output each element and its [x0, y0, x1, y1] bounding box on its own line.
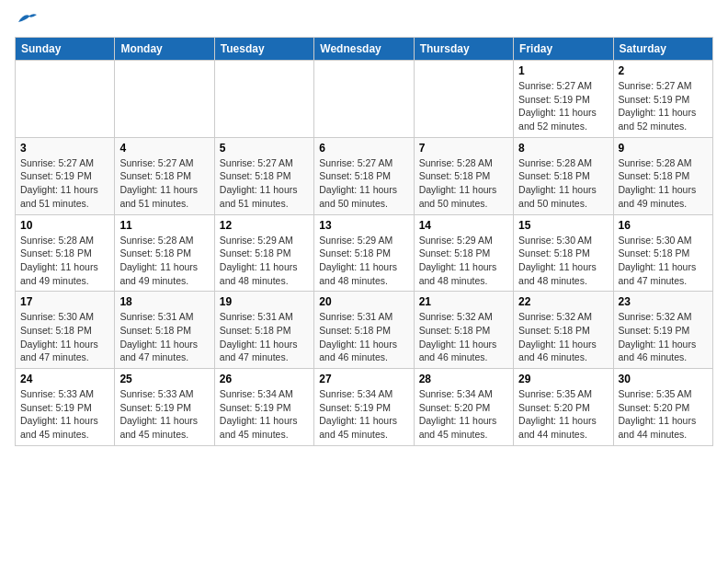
calendar-cell: 11Sunrise: 5:28 AMSunset: 5:18 PMDayligh… [115, 214, 214, 292]
calendar-cell: 27Sunrise: 5:34 AMSunset: 5:19 PMDayligh… [314, 369, 414, 446]
day-info: Sunrise: 5:35 AMSunset: 5:20 PMDaylight:… [619, 387, 708, 442]
calendar-cell: 8Sunrise: 5:28 AMSunset: 5:18 PMDaylight… [514, 137, 613, 214]
day-number: 23 [619, 295, 708, 308]
logo [15, 15, 37, 29]
day-info: Sunrise: 5:33 AMSunset: 5:19 PMDaylight:… [20, 387, 109, 442]
calendar-cell [16, 61, 115, 138]
calendar-cell: 28Sunrise: 5:34 AMSunset: 5:20 PMDayligh… [414, 369, 513, 446]
day-number: 27 [319, 373, 408, 385]
day-info: Sunrise: 5:30 AMSunset: 5:18 PMDaylight:… [20, 310, 109, 364]
day-info: Sunrise: 5:32 AMSunset: 5:18 PMDaylight:… [419, 310, 508, 364]
calendar-day-header: Tuesday [214, 38, 313, 61]
calendar-day-header: Sunday [16, 38, 115, 61]
day-number: 15 [518, 219, 608, 232]
day-number: 13 [319, 219, 408, 232]
day-number: 8 [518, 142, 608, 155]
calendar-cell: 7Sunrise: 5:28 AMSunset: 5:18 PMDaylight… [414, 137, 513, 214]
day-number: 25 [119, 373, 209, 385]
day-info: Sunrise: 5:30 AMSunset: 5:18 PMDaylight:… [619, 234, 708, 288]
calendar-day-header: Monday [115, 38, 214, 61]
calendar-cell: 29Sunrise: 5:35 AMSunset: 5:20 PMDayligh… [514, 369, 613, 446]
day-info: Sunrise: 5:34 AMSunset: 5:19 PMDaylight:… [220, 387, 309, 442]
calendar-cell: 13Sunrise: 5:29 AMSunset: 5:18 PMDayligh… [314, 214, 414, 292]
day-number: 21 [419, 295, 508, 308]
day-info: Sunrise: 5:28 AMSunset: 5:18 PMDaylight:… [119, 234, 209, 288]
calendar-cell [414, 61, 513, 138]
calendar-cell: 9Sunrise: 5:28 AMSunset: 5:18 PMDaylight… [613, 137, 712, 214]
calendar-cell: 12Sunrise: 5:29 AMSunset: 5:18 PMDayligh… [214, 214, 313, 292]
day-number: 3 [20, 142, 109, 155]
day-info: Sunrise: 5:28 AMSunset: 5:18 PMDaylight:… [20, 234, 109, 288]
calendar-cell: 14Sunrise: 5:29 AMSunset: 5:18 PMDayligh… [414, 214, 513, 292]
calendar-cell: 21Sunrise: 5:32 AMSunset: 5:18 PMDayligh… [414, 292, 513, 369]
day-number: 29 [518, 373, 608, 385]
day-info: Sunrise: 5:34 AMSunset: 5:20 PMDaylight:… [419, 387, 508, 442]
day-number: 11 [119, 219, 209, 232]
calendar-cell [314, 61, 414, 138]
day-number: 7 [419, 142, 508, 155]
day-info: Sunrise: 5:27 AMSunset: 5:19 PMDaylight:… [518, 79, 608, 133]
day-number: 24 [20, 373, 109, 385]
day-number: 17 [20, 295, 109, 308]
calendar-cell: 6Sunrise: 5:27 AMSunset: 5:18 PMDaylight… [314, 137, 414, 214]
day-info: Sunrise: 5:33 AMSunset: 5:19 PMDaylight:… [119, 387, 209, 442]
day-number: 26 [220, 373, 309, 385]
calendar-cell: 2Sunrise: 5:27 AMSunset: 5:19 PMDaylight… [613, 61, 712, 138]
day-info: Sunrise: 5:31 AMSunset: 5:18 PMDaylight:… [319, 310, 408, 364]
day-number: 30 [619, 373, 708, 385]
day-number: 6 [319, 142, 408, 155]
day-info: Sunrise: 5:27 AMSunset: 5:18 PMDaylight:… [220, 156, 309, 211]
day-info: Sunrise: 5:34 AMSunset: 5:19 PMDaylight:… [319, 387, 408, 442]
calendar-cell: 20Sunrise: 5:31 AMSunset: 5:18 PMDayligh… [314, 292, 414, 369]
day-number: 5 [220, 142, 309, 155]
calendar-cell: 1Sunrise: 5:27 AMSunset: 5:19 PMDaylight… [514, 61, 613, 138]
day-info: Sunrise: 5:27 AMSunset: 5:19 PMDaylight:… [20, 156, 109, 211]
calendar-week-row: 10Sunrise: 5:28 AMSunset: 5:18 PMDayligh… [16, 214, 713, 292]
calendar-cell: 18Sunrise: 5:31 AMSunset: 5:18 PMDayligh… [115, 292, 214, 369]
day-number: 22 [518, 295, 608, 308]
calendar-week-row: 1Sunrise: 5:27 AMSunset: 5:19 PMDaylight… [16, 61, 713, 138]
calendar-cell: 19Sunrise: 5:31 AMSunset: 5:18 PMDayligh… [214, 292, 313, 369]
calendar-cell: 22Sunrise: 5:32 AMSunset: 5:18 PMDayligh… [514, 292, 613, 369]
day-number: 18 [119, 295, 209, 308]
day-info: Sunrise: 5:27 AMSunset: 5:18 PMDaylight:… [119, 156, 209, 211]
day-number: 19 [220, 295, 309, 308]
day-info: Sunrise: 5:31 AMSunset: 5:18 PMDaylight:… [119, 310, 209, 364]
calendar-day-header: Friday [514, 38, 613, 61]
day-number: 14 [419, 219, 508, 232]
day-number: 10 [20, 219, 109, 232]
day-info: Sunrise: 5:28 AMSunset: 5:18 PMDaylight:… [619, 156, 708, 211]
day-info: Sunrise: 5:28 AMSunset: 5:18 PMDaylight:… [419, 156, 508, 211]
day-info: Sunrise: 5:27 AMSunset: 5:18 PMDaylight:… [319, 156, 408, 211]
day-number: 1 [518, 64, 608, 77]
day-info: Sunrise: 5:28 AMSunset: 5:18 PMDaylight:… [518, 156, 608, 211]
day-info: Sunrise: 5:35 AMSunset: 5:20 PMDaylight:… [518, 387, 608, 442]
day-info: Sunrise: 5:32 AMSunset: 5:18 PMDaylight:… [518, 310, 608, 364]
calendar-cell: 3Sunrise: 5:27 AMSunset: 5:19 PMDaylight… [16, 137, 115, 214]
calendar-cell [214, 61, 313, 138]
calendar-cell: 30Sunrise: 5:35 AMSunset: 5:20 PMDayligh… [613, 369, 712, 446]
calendar-cell: 23Sunrise: 5:32 AMSunset: 5:19 PMDayligh… [613, 292, 712, 369]
calendar-table: SundayMondayTuesdayWednesdayThursdayFrid… [15, 37, 713, 446]
calendar-day-header: Thursday [414, 38, 513, 61]
calendar-week-row: 17Sunrise: 5:30 AMSunset: 5:18 PMDayligh… [16, 292, 713, 369]
calendar-week-row: 24Sunrise: 5:33 AMSunset: 5:19 PMDayligh… [16, 369, 713, 446]
day-info: Sunrise: 5:30 AMSunset: 5:18 PMDaylight:… [518, 234, 608, 288]
day-number: 4 [119, 142, 209, 155]
calendar-cell [115, 61, 214, 138]
day-info: Sunrise: 5:32 AMSunset: 5:19 PMDaylight:… [619, 310, 708, 364]
calendar-cell: 24Sunrise: 5:33 AMSunset: 5:19 PMDayligh… [16, 369, 115, 446]
day-info: Sunrise: 5:27 AMSunset: 5:19 PMDaylight:… [619, 79, 708, 133]
day-info: Sunrise: 5:29 AMSunset: 5:18 PMDaylight:… [319, 234, 408, 288]
day-number: 20 [319, 295, 408, 308]
page-header [15, 15, 713, 29]
calendar-cell: 26Sunrise: 5:34 AMSunset: 5:19 PMDayligh… [214, 369, 313, 446]
calendar-cell: 15Sunrise: 5:30 AMSunset: 5:18 PMDayligh… [514, 214, 613, 292]
calendar-cell: 10Sunrise: 5:28 AMSunset: 5:18 PMDayligh… [16, 214, 115, 292]
day-number: 9 [619, 142, 708, 155]
calendar-cell: 4Sunrise: 5:27 AMSunset: 5:18 PMDaylight… [115, 137, 214, 214]
calendar-cell: 17Sunrise: 5:30 AMSunset: 5:18 PMDayligh… [16, 292, 115, 369]
day-info: Sunrise: 5:31 AMSunset: 5:18 PMDaylight:… [220, 310, 309, 364]
calendar-cell: 25Sunrise: 5:33 AMSunset: 5:19 PMDayligh… [115, 369, 214, 446]
calendar-cell: 16Sunrise: 5:30 AMSunset: 5:18 PMDayligh… [613, 214, 712, 292]
